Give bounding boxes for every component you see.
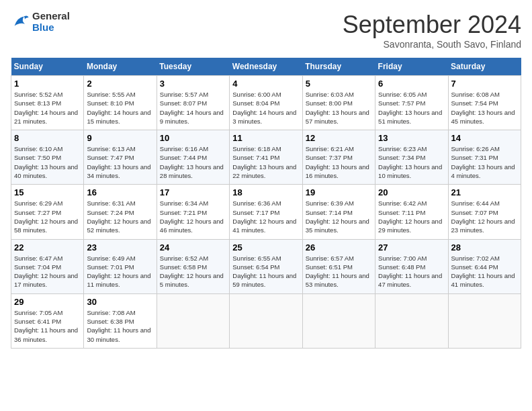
cell-info: Sunrise: 6:18 AMSunset: 7:41 PMDaylight:…	[232, 145, 296, 179]
day-number: 21	[451, 187, 518, 197]
calendar-day-header: Monday	[84, 58, 157, 76]
cell-info: Sunrise: 5:55 AMSunset: 8:10 PMDaylight:…	[87, 91, 150, 125]
cell-info: Sunrise: 6:26 AMSunset: 7:31 PMDaylight:…	[451, 145, 515, 179]
calendar-cell: 22 Sunrise: 6:47 AMSunset: 7:04 PMDaylig…	[11, 239, 84, 293]
day-number: 25	[232, 242, 299, 253]
calendar-cell: 5 Sunrise: 6:03 AMSunset: 8:00 PMDayligh…	[302, 76, 375, 130]
day-number: 19	[306, 187, 372, 197]
calendar-cell: 19 Sunrise: 6:39 AMSunset: 7:14 PMDaylig…	[302, 185, 375, 239]
calendar-cell: 21 Sunrise: 6:44 AMSunset: 7:07 PMDaylig…	[448, 185, 521, 239]
day-number: 3	[160, 79, 226, 89]
day-number: 28	[451, 242, 518, 253]
cell-info: Sunrise: 6:57 AMSunset: 6:51 PMDaylight:…	[306, 255, 369, 289]
calendar-cell	[448, 293, 521, 348]
cell-info: Sunrise: 6:52 AMSunset: 6:58 PMDaylight:…	[160, 255, 224, 289]
calendar-cell: 8 Sunrise: 6:10 AMSunset: 7:50 PMDayligh…	[11, 130, 84, 185]
day-number: 9	[87, 133, 153, 143]
calendar-cell: 2 Sunrise: 5:55 AMSunset: 8:10 PMDayligh…	[84, 76, 157, 130]
logo-text: General Blue	[32, 11, 70, 33]
day-number: 12	[306, 133, 372, 143]
calendar-cell: 15 Sunrise: 6:29 AMSunset: 7:27 PMDaylig…	[11, 185, 84, 239]
day-number: 8	[14, 133, 81, 143]
day-number: 27	[378, 242, 445, 253]
calendar-cell: 20 Sunrise: 6:42 AMSunset: 7:11 PMDaylig…	[375, 185, 448, 239]
month-title: September 2024	[343, 11, 521, 39]
calendar-week-row: 15 Sunrise: 6:29 AMSunset: 7:27 PMDaylig…	[11, 185, 521, 239]
calendar-week-row: 29 Sunrise: 7:05 AMSunset: 6:41 PMDaylig…	[11, 293, 521, 348]
cell-info: Sunrise: 5:57 AMSunset: 8:07 PMDaylight:…	[160, 91, 224, 125]
calendar-day-header: Thursday	[302, 58, 375, 76]
cell-info: Sunrise: 6:00 AMSunset: 8:04 PMDaylight:…	[232, 91, 296, 125]
calendar-body: 1 Sunrise: 5:52 AMSunset: 8:13 PMDayligh…	[11, 76, 521, 349]
day-number: 26	[306, 242, 372, 253]
day-number: 5	[306, 79, 372, 89]
cell-info: Sunrise: 7:08 AMSunset: 6:38 PMDaylight:…	[87, 309, 150, 343]
day-number: 2	[87, 79, 153, 89]
day-number: 30	[87, 297, 153, 307]
cell-info: Sunrise: 6:05 AMSunset: 7:57 PMDaylight:…	[378, 91, 442, 125]
day-number: 4	[232, 79, 299, 89]
cell-info: Sunrise: 6:34 AMSunset: 7:21 PMDaylight:…	[160, 199, 224, 234]
calendar-cell: 28 Sunrise: 7:02 AMSunset: 6:44 PMDaylig…	[448, 239, 521, 293]
cell-info: Sunrise: 7:00 AMSunset: 6:48 PMDaylight:…	[378, 255, 442, 289]
calendar-day-header: Tuesday	[157, 58, 229, 76]
calendar-cell: 1 Sunrise: 5:52 AMSunset: 8:13 PMDayligh…	[11, 76, 84, 130]
cell-info: Sunrise: 6:10 AMSunset: 7:50 PMDaylight:…	[14, 145, 78, 179]
cell-info: Sunrise: 6:16 AMSunset: 7:44 PMDaylight:…	[160, 145, 224, 179]
calendar-cell	[302, 293, 375, 348]
calendar-cell: 30 Sunrise: 7:08 AMSunset: 6:38 PMDaylig…	[84, 293, 157, 348]
cell-info: Sunrise: 6:08 AMSunset: 7:54 PMDaylight:…	[451, 91, 515, 125]
cell-info: Sunrise: 6:36 AMSunset: 7:17 PMDaylight:…	[232, 199, 296, 234]
calendar-week-row: 8 Sunrise: 6:10 AMSunset: 7:50 PMDayligh…	[11, 130, 521, 185]
calendar-cell: 13 Sunrise: 6:23 AMSunset: 7:34 PMDaylig…	[375, 130, 448, 185]
calendar-cell: 27 Sunrise: 7:00 AMSunset: 6:48 PMDaylig…	[375, 239, 448, 293]
calendar-table: SundayMondayTuesdayWednesdayThursdayFrid…	[11, 58, 521, 349]
calendar-cell: 16 Sunrise: 6:31 AMSunset: 7:24 PMDaylig…	[84, 185, 157, 239]
day-number: 23	[87, 242, 153, 253]
calendar-day-header: Sunday	[11, 58, 84, 76]
cell-info: Sunrise: 6:44 AMSunset: 7:07 PMDaylight:…	[451, 199, 515, 234]
calendar-day-header: Friday	[375, 58, 448, 76]
cell-info: Sunrise: 5:52 AMSunset: 8:13 PMDaylight:…	[14, 91, 78, 125]
day-number: 13	[378, 133, 445, 143]
calendar-cell: 9 Sunrise: 6:13 AMSunset: 7:47 PMDayligh…	[84, 130, 157, 185]
calendar-cell: 26 Sunrise: 6:57 AMSunset: 6:51 PMDaylig…	[302, 239, 375, 293]
calendar-cell: 11 Sunrise: 6:18 AMSunset: 7:41 PMDaylig…	[230, 130, 302, 185]
title-block: September 2024 Savonranta, South Savo, F…	[343, 11, 521, 50]
logo-icon	[11, 13, 30, 32]
calendar-cell: 17 Sunrise: 6:34 AMSunset: 7:21 PMDaylig…	[157, 185, 229, 239]
calendar-cell: 12 Sunrise: 6:21 AMSunset: 7:37 PMDaylig…	[302, 130, 375, 185]
location-subtitle: Savonranta, South Savo, Finland	[343, 39, 521, 50]
cell-info: Sunrise: 6:23 AMSunset: 7:34 PMDaylight:…	[378, 145, 442, 179]
day-number: 18	[232, 187, 299, 197]
day-number: 7	[451, 79, 518, 89]
calendar-week-row: 1 Sunrise: 5:52 AMSunset: 8:13 PMDayligh…	[11, 76, 521, 130]
cell-info: Sunrise: 6:39 AMSunset: 7:14 PMDaylight:…	[306, 199, 369, 234]
calendar-day-header: Wednesday	[230, 58, 302, 76]
cell-info: Sunrise: 6:31 AMSunset: 7:24 PMDaylight:…	[87, 199, 150, 234]
calendar-cell: 10 Sunrise: 6:16 AMSunset: 7:44 PMDaylig…	[157, 130, 229, 185]
calendar-cell	[375, 293, 448, 348]
day-number: 1	[14, 79, 81, 89]
calendar-cell: 3 Sunrise: 5:57 AMSunset: 8:07 PMDayligh…	[157, 76, 229, 130]
day-number: 22	[14, 242, 81, 253]
cell-info: Sunrise: 6:55 AMSunset: 6:54 PMDaylight:…	[232, 255, 296, 289]
cell-info: Sunrise: 6:49 AMSunset: 7:01 PMDaylight:…	[87, 255, 150, 289]
cell-info: Sunrise: 6:21 AMSunset: 7:37 PMDaylight:…	[306, 145, 369, 179]
calendar-cell: 14 Sunrise: 6:26 AMSunset: 7:31 PMDaylig…	[448, 130, 521, 185]
calendar-cell: 24 Sunrise: 6:52 AMSunset: 6:58 PMDaylig…	[157, 239, 229, 293]
calendar-cell: 25 Sunrise: 6:55 AMSunset: 6:54 PMDaylig…	[230, 239, 302, 293]
day-number: 14	[451, 133, 518, 143]
day-number: 20	[378, 187, 445, 197]
calendar-cell: 29 Sunrise: 7:05 AMSunset: 6:41 PMDaylig…	[11, 293, 84, 348]
cell-info: Sunrise: 6:42 AMSunset: 7:11 PMDaylight:…	[378, 199, 442, 234]
day-number: 29	[14, 297, 81, 307]
calendar-week-row: 22 Sunrise: 6:47 AMSunset: 7:04 PMDaylig…	[11, 239, 521, 293]
logo: General Blue	[11, 11, 70, 33]
day-number: 11	[232, 133, 299, 143]
calendar-cell: 4 Sunrise: 6:00 AMSunset: 8:04 PMDayligh…	[230, 76, 302, 130]
calendar-header-row: SundayMondayTuesdayWednesdayThursdayFrid…	[11, 58, 521, 76]
calendar-cell	[230, 293, 302, 348]
day-number: 15	[14, 187, 81, 197]
cell-info: Sunrise: 7:05 AMSunset: 6:41 PMDaylight:…	[14, 309, 78, 343]
